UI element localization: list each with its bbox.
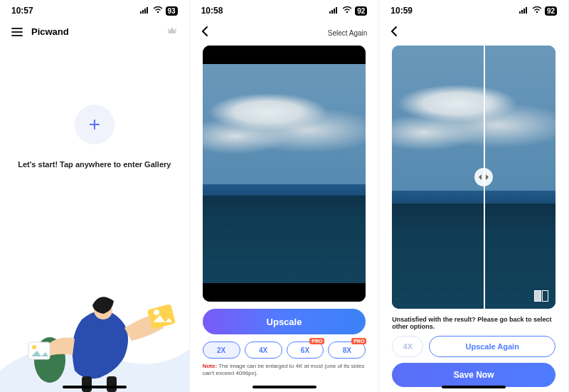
back-button[interactable] [390,26,398,40]
svg-rect-21 [526,7,527,14]
wifi-icon [532,6,542,16]
sub-header [382,21,565,44]
svg-rect-1 [142,10,144,14]
save-now-button[interactable]: Save Now [392,363,555,387]
result-preview [392,46,555,309]
svg-point-4 [156,11,158,13]
screen-home: 10:57 93 Picwand + Let's start! Tap anyw… [0,0,190,392]
pro-badge: PRO [309,338,324,344]
svg-rect-19 [521,10,523,14]
image-preview [203,46,366,302]
battery-icon: 93 [166,6,178,16]
svg-rect-13 [329,11,331,14]
scale-options: 2X 4X 6XPRO 8XPRO [203,341,366,359]
controls: Upscale 2X 4X 6XPRO 8XPRO Note: The imag… [193,302,376,378]
letterbox-bottom [203,283,366,302]
letterbox-top [203,46,366,64]
status-bar: 10:58 92 [193,0,376,21]
home-indicator [63,386,127,388]
home-body[interactable]: + Let's start! Tap anywhere to enter Gal… [3,41,186,392]
battery-icon: 92 [545,6,557,16]
status-bar: 10:59 92 [382,0,565,21]
screen-result: 10:59 92 Unsatisfied with the result? Pl… [379,0,569,392]
crown-icon[interactable] [166,26,178,38]
app-header: Picwand [3,21,186,41]
home-cta-text: Let's start! Tap anywhere to enter Galle… [18,160,171,169]
svg-point-22 [536,11,538,13]
svg-rect-20 [523,9,525,14]
menu-icon[interactable] [11,28,23,36]
sub-header: Select Again [193,21,376,44]
battery-icon: 92 [355,6,367,16]
compare-slider-handle[interactable] [474,168,493,186]
svg-rect-2 [144,9,146,14]
svg-point-17 [346,11,348,13]
upscale-button[interactable]: Upscale [203,309,366,334]
screen-upscale-select: 10:58 92 Select Again Upscale 2X 4X 6X [190,0,380,392]
svg-rect-18 [519,11,521,14]
upscale-again-button[interactable]: Upscale Again [429,336,555,357]
status-time: 10:57 [11,6,33,16]
compare-toggle-icon[interactable] [534,290,548,302]
home-indicator [442,386,506,388]
status-bar: 10:57 93 [3,0,186,21]
status-time: 10:59 [390,6,413,16]
status-right: 92 [519,6,557,16]
scale-4x[interactable]: 4X [245,341,282,359]
svg-rect-14 [331,10,333,14]
back-button[interactable] [201,26,208,40]
signal-icon [519,6,529,16]
scale-2x[interactable]: 2X [203,341,240,359]
result-actions-row: 4X Upscale Again [382,336,565,363]
home-indicator [252,386,317,388]
svg-rect-0 [140,11,142,14]
svg-rect-3 [147,7,148,14]
signal-icon [140,6,150,16]
select-again-button[interactable]: Select Again [328,29,368,37]
pro-badge: PRO [351,338,366,344]
app-title: Picwand [31,26,69,37]
wifi-icon [342,6,352,16]
wifi-icon [153,6,163,16]
status-right: 92 [329,6,367,16]
signal-icon [329,6,339,16]
svg-rect-15 [334,9,335,14]
status-right: 93 [140,6,178,16]
scale-6x[interactable]: 6XPRO [287,341,324,359]
add-button[interactable]: + [75,105,115,144]
preview-content [203,64,366,283]
result-message: Unsatisfied with the result? Please go b… [382,309,565,336]
svg-rect-16 [336,7,337,14]
scale-indicator[interactable]: 4X [392,336,423,357]
note-text: Note: The image can be enlarged to 4K at… [203,363,366,378]
scale-8x[interactable]: 8XPRO [328,341,366,359]
status-time: 10:58 [201,6,223,16]
